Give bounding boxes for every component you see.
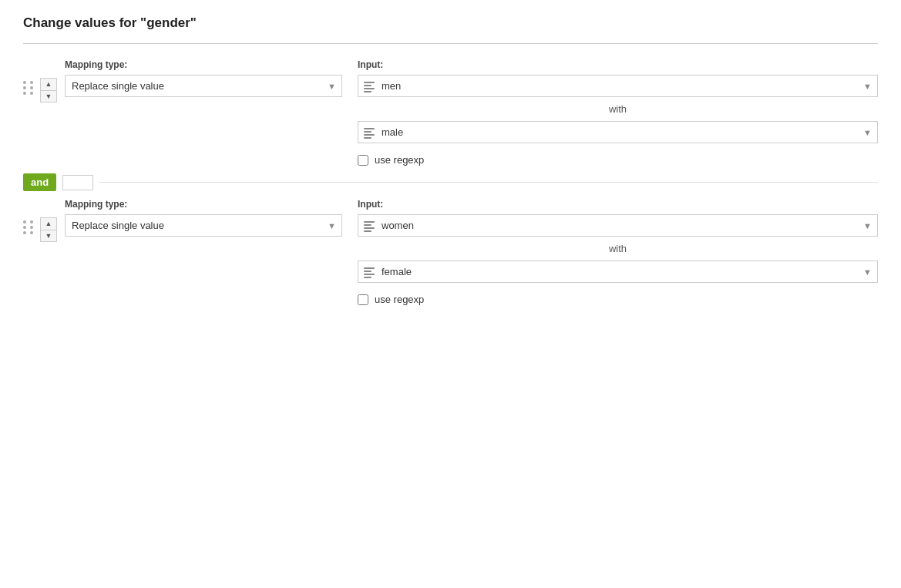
mapping-type-select-2[interactable]: Replace single value Replace multiple va… [65, 214, 342, 237]
mapping-type-label-1: Mapping type: [65, 59, 342, 70]
with-wrapper-2: male female other ▼ [358, 260, 878, 283]
mapping-block-1: ▲ ▼ Mapping type: Replace single value R… [23, 59, 878, 166]
and-hr [99, 182, 878, 183]
with-select-2[interactable]: male female other [358, 260, 878, 283]
drag-handle-1[interactable] [23, 81, 34, 95]
order-down-2[interactable]: ▼ [40, 230, 57, 242]
order-down-1[interactable]: ▼ [40, 90, 57, 102]
input-select-1[interactable]: men women other [358, 75, 878, 97]
checkbox-row-2: use regexp [358, 294, 878, 305]
checkbox-row-1: use regexp [358, 154, 878, 166]
left-section-2: Mapping type: Replace single value Repla… [65, 199, 342, 237]
title-divider [23, 43, 878, 44]
use-regexp-checkbox-1[interactable] [358, 155, 368, 166]
with-label-2: with [358, 237, 878, 260]
drag-handle-2[interactable] [23, 220, 34, 234]
order-buttons-1: ▲ ▼ [40, 78, 57, 102]
and-badge: and [23, 173, 56, 191]
and-line-box [62, 175, 93, 190]
use-regexp-label-1: use regexp [375, 154, 424, 166]
input-wrapper-1: men women other ▼ [358, 75, 878, 97]
mapping-type-wrapper-2: Replace single value Replace multiple va… [65, 214, 342, 237]
input-label-2: Input: [358, 199, 878, 210]
input-label-1: Input: [358, 59, 878, 70]
order-up-2[interactable]: ▲ [40, 217, 57, 230]
right-section-2: Input: men women other ▼ with [342, 199, 878, 305]
input-wrapper-2: men women other ▼ [358, 214, 878, 237]
right-section-1: Input: men women other ▼ with [342, 59, 878, 166]
with-label-1: with [358, 97, 878, 121]
mapping-type-wrapper-1: Replace single value Replace multiple va… [65, 75, 342, 97]
with-wrapper-1: male female other ▼ [358, 121, 878, 143]
and-divider: and [23, 173, 878, 191]
order-buttons-2: ▲ ▼ [40, 217, 57, 242]
page-title: Change values for "gender" [23, 15, 878, 31]
use-regexp-label-2: use regexp [375, 294, 424, 305]
order-up-1[interactable]: ▲ [40, 78, 57, 90]
with-select-1[interactable]: male female other [358, 121, 878, 143]
mapping-type-label-2: Mapping type: [65, 199, 342, 210]
mapping-block-2: ▲ ▼ Mapping type: Replace single value R… [23, 199, 878, 305]
mapping-type-select-1[interactable]: Replace single value Replace multiple va… [65, 75, 342, 97]
use-regexp-checkbox-2[interactable] [358, 294, 368, 305]
left-section-1: Mapping type: Replace single value Repla… [65, 59, 342, 97]
input-select-2[interactable]: men women other [358, 214, 878, 237]
page-container: Change values for "gender" ▲ ▼ Mapping t… [0, 0, 901, 321]
